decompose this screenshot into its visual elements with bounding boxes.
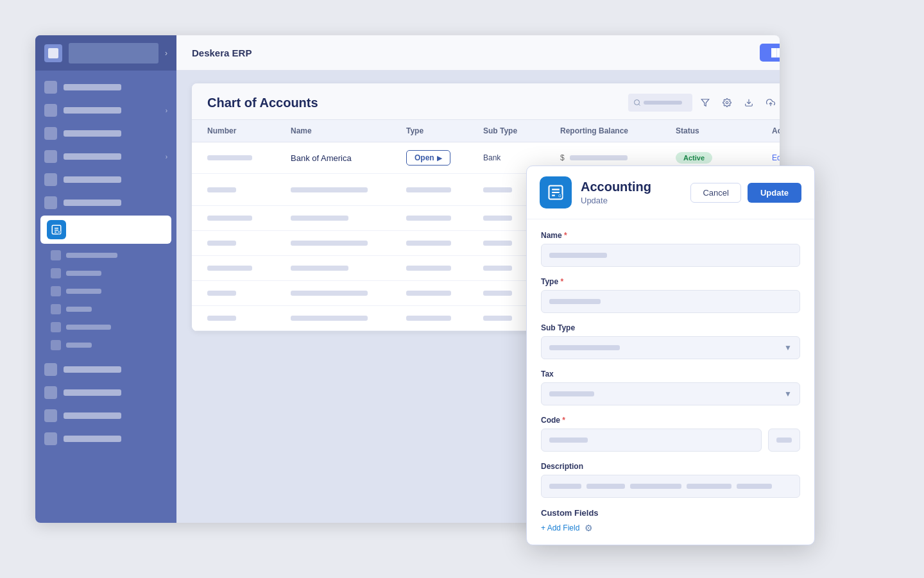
sidebar-item-extra2[interactable]	[35, 381, 176, 404]
sub-label	[66, 289, 101, 294]
sidebar-item-label	[64, 412, 121, 419]
type-label: Type *	[541, 277, 800, 286]
custom-fields-label: Custom Fields	[541, 508, 800, 518]
cell-name	[291, 316, 406, 321]
name-field: Name *	[541, 231, 800, 267]
sub-label	[66, 307, 92, 312]
sidebar-item-accounting[interactable]: Accounting	[40, 216, 171, 244]
name-input[interactable]	[541, 244, 800, 267]
svg-point-11	[726, 101, 728, 104]
cell-name	[291, 216, 406, 221]
sidebar-item-dashboard[interactable]	[35, 76, 176, 99]
sidebar: › › ›	[35, 35, 176, 523]
coa-search[interactable]	[628, 94, 692, 112]
code-input-1[interactable]	[541, 429, 762, 452]
code-input-2[interactable]	[768, 429, 800, 452]
col-number: Number	[207, 126, 291, 135]
chevron-right-icon: ›	[166, 153, 167, 160]
sidebar-item-invoices[interactable]: ›	[35, 99, 176, 122]
cell-name	[291, 187, 406, 192]
description-input[interactable]	[541, 475, 800, 498]
subtype-field: Sub Type ▼	[541, 323, 800, 359]
sidebar-accounting-label: Accounting	[73, 225, 130, 235]
sidebar-item-label	[64, 436, 121, 442]
sub-icon	[51, 322, 61, 332]
sidebar-item-contacts[interactable]	[35, 122, 176, 145]
sidebar-sub-item-5[interactable]	[35, 318, 176, 336]
update-button[interactable]: Update	[748, 183, 801, 203]
sidebar-sub-item-3[interactable]	[35, 282, 176, 300]
check-icon	[44, 150, 57, 163]
svg-line-9	[638, 104, 640, 105]
update-panel-subtitle: Update	[581, 196, 681, 205]
sidebar-item-tasks[interactable]: ›	[35, 145, 176, 168]
invoice-icon	[44, 104, 57, 117]
required-indicator: *	[564, 231, 567, 240]
sidebar-item-extra1[interactable]	[35, 358, 176, 381]
coa-toolbar	[628, 94, 780, 112]
settings-icon[interactable]	[718, 94, 736, 112]
chevron-down-icon: ▼	[784, 389, 792, 398]
cell-status: Active	[676, 152, 772, 164]
cell-type	[406, 187, 483, 192]
cell-type	[406, 316, 483, 321]
sidebar-item-label	[64, 176, 121, 183]
update-panel-header: Accounting Update Cancel Update	[527, 166, 814, 219]
sidebar-item-label	[64, 153, 121, 160]
gear-icon: ⚙	[583, 523, 594, 533]
update-panel-title-section: Accounting Update	[581, 180, 681, 205]
extra-icon	[44, 432, 57, 445]
box-icon	[44, 173, 57, 186]
sidebar-sub-item-4[interactable]	[35, 300, 176, 318]
tax-label: Tax	[541, 370, 800, 378]
sidebar-sub-item-6[interactable]	[35, 336, 176, 354]
sidebar-item-extra3[interactable]	[35, 404, 176, 427]
cell-number	[207, 266, 291, 271]
sidebar-item-extra4[interactable]	[35, 427, 176, 450]
sidebar-item-label	[64, 200, 121, 206]
sidebar-item-reports[interactable]	[35, 191, 176, 214]
sidebar-item-label	[64, 84, 121, 90]
grid-icon	[44, 81, 57, 94]
sub-label	[66, 271, 101, 276]
cancel-button[interactable]: Cancel	[690, 183, 740, 203]
header-action-button[interactable]: ██████	[760, 44, 780, 62]
open-account-button[interactable]: Open ▶	[406, 150, 450, 166]
cell-number	[207, 291, 291, 296]
sidebar-item-inventory[interactable]	[35, 168, 176, 191]
app-logo[interactable]	[44, 44, 62, 62]
cell-type	[406, 291, 483, 296]
tax-select[interactable]: ▼	[541, 382, 800, 405]
cell-type	[406, 266, 483, 271]
sidebar-sub-item-1[interactable]	[35, 246, 176, 264]
sub-icon	[51, 340, 61, 350]
sidebar-nav: › ›	[35, 71, 176, 523]
contact-icon	[44, 127, 57, 140]
cell-number	[207, 241, 291, 246]
sub-icon	[51, 286, 61, 296]
main-header: Deskera ERP ██████	[176, 35, 780, 71]
subtype-select[interactable]: ▼	[541, 336, 800, 359]
sidebar-sub-item-2[interactable]	[35, 264, 176, 282]
filter-icon[interactable]	[696, 94, 714, 112]
search-bar	[644, 101, 682, 105]
cell-number	[207, 155, 291, 160]
cell-number	[207, 187, 291, 192]
cell-type	[406, 216, 483, 221]
download-icon[interactable]	[740, 94, 758, 112]
sidebar-item-label	[64, 389, 121, 396]
col-status: Status	[676, 126, 772, 135]
sidebar-item-label	[64, 366, 121, 373]
add-field-button[interactable]: + Add Field ⚙	[541, 523, 594, 533]
cell-name	[291, 241, 406, 246]
tax-field: Tax ▼	[541, 370, 800, 405]
subtype-select-wrapper: ▼	[541, 336, 800, 359]
col-subtype: Sub Type	[483, 126, 560, 135]
upload-icon[interactable]	[762, 94, 780, 112]
description-field: Description	[541, 462, 800, 498]
sidebar-item-label	[64, 130, 121, 137]
arrow-icon: ▶	[437, 155, 442, 162]
sidebar-title-bar	[69, 43, 158, 64]
type-input[interactable]	[541, 290, 800, 313]
status-badge: Active	[676, 152, 712, 164]
